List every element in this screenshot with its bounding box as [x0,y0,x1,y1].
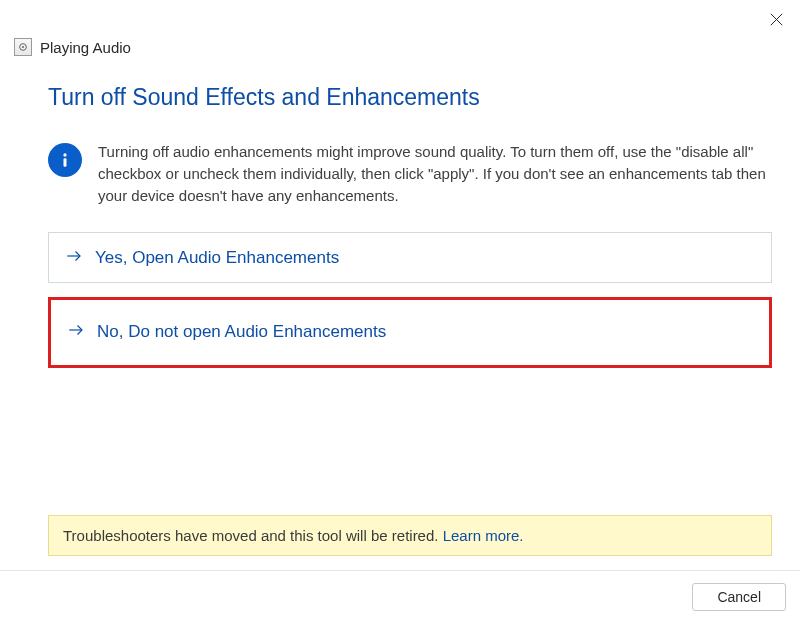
footer: Cancel [0,570,800,623]
page-heading: Turn off Sound Effects and Enhancements [48,84,772,111]
option-yes-label: Yes, Open Audio Enhancements [95,248,339,268]
spacer [48,368,772,515]
header-row: Playing Audio [0,36,800,70]
info-icon [48,143,82,177]
titlebar [0,0,800,36]
notice-text: Troubleshooters have moved and this tool… [63,527,443,544]
content-area: Turn off Sound Effects and Enhancements … [0,70,800,570]
arrow-right-icon [65,247,83,268]
troubleshooter-window: Playing Audio Turn off Sound Effects and… [0,0,800,623]
retirement-notice: Troubleshooters have moved and this tool… [48,515,772,556]
learn-more-link[interactable]: Learn more. [443,527,524,544]
svg-point-3 [22,46,24,48]
option-no-label: No, Do not open Audio Enhancements [97,322,386,342]
app-title: Playing Audio [40,39,131,56]
info-row: Turning off audio enhancements might imp… [48,141,772,206]
option-yes-open-enhancements[interactable]: Yes, Open Audio Enhancements [48,232,772,283]
svg-point-4 [63,153,66,156]
close-button[interactable] [756,4,796,34]
svg-rect-5 [64,158,67,166]
arrow-right-icon [67,321,85,342]
highlighted-option-callout: No, Do not open Audio Enhancements [48,297,772,368]
cancel-button[interactable]: Cancel [692,583,786,611]
close-icon [770,13,783,26]
option-no-do-not-open[interactable]: No, Do not open Audio Enhancements [51,307,769,356]
audio-troubleshooter-icon [14,38,32,56]
info-text: Turning off audio enhancements might imp… [98,141,766,206]
